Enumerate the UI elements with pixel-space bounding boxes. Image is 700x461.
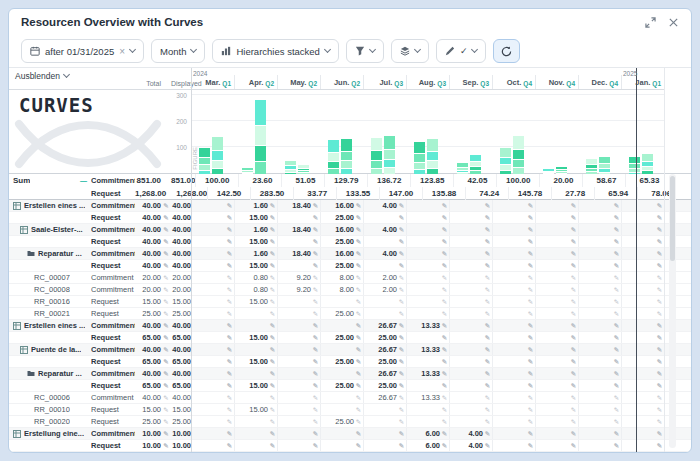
pencil-icon[interactable]: ✎ <box>526 298 535 306</box>
displayed-cell[interactable]: 40.00 <box>171 237 191 246</box>
edit-mode-button[interactable]: ✓ <box>436 39 487 63</box>
month-cell[interactable]: ✎ <box>449 416 492 427</box>
pencil-icon[interactable]: ✎ <box>397 226 406 234</box>
pencil-icon[interactable]: ✎ <box>225 442 234 450</box>
pencil-icon[interactable]: ✎ <box>354 334 363 342</box>
month-cell[interactable]: 4.00✎ <box>363 224 406 235</box>
month-cell[interactable]: 25.00✎ <box>320 332 363 343</box>
month-cell[interactable]: 0.80✎ <box>234 284 277 295</box>
pencil-icon[interactable]: ✎ <box>569 370 578 378</box>
month-cell[interactable]: 4.00✎ <box>449 428 492 439</box>
month-cell[interactable]: ✎ <box>578 284 621 295</box>
pencil-icon[interactable]: ✎ <box>612 262 621 270</box>
month-cell[interactable]: 18.40✎ <box>277 200 320 211</box>
pencil-icon[interactable]: ✎ <box>526 286 535 294</box>
month-cell[interactable]: ✎ <box>449 308 492 319</box>
month-cell[interactable]: ✎ <box>320 320 363 331</box>
pencil-icon[interactable]: ✎ <box>311 298 320 306</box>
pencil-icon[interactable]: ✎ <box>655 406 664 414</box>
pencil-icon[interactable]: ✎ <box>225 262 234 270</box>
pencil-icon[interactable]: ✎ <box>612 442 621 450</box>
pencil-icon[interactable]: ✎ <box>163 322 168 329</box>
month-cell[interactable]: ✎ <box>191 332 234 343</box>
pencil-icon[interactable]: ✎ <box>655 274 664 282</box>
month-cell[interactable]: ✎ <box>621 200 664 211</box>
month-cell[interactable]: ✎ <box>492 344 535 355</box>
month-cell[interactable]: 25.00✎ <box>363 332 406 343</box>
pencil-icon[interactable]: ✎ <box>354 226 363 234</box>
month-cell[interactable]: ✎ <box>578 356 621 367</box>
month-cell[interactable]: 1.60✎ <box>234 248 277 259</box>
pencil-icon[interactable]: ✎ <box>397 310 406 318</box>
pencil-icon[interactable]: ✎ <box>268 358 277 366</box>
month-cell[interactable]: ✎ <box>578 224 621 235</box>
pencil-icon[interactable]: ✎ <box>569 310 578 318</box>
pencil-icon[interactable]: ✎ <box>311 442 320 450</box>
month-cell[interactable]: 15.00✎ <box>234 404 277 415</box>
row-label[interactable]: RR_00016 <box>9 297 91 306</box>
month-cell[interactable]: ✎ <box>621 236 664 247</box>
pencil-icon[interactable]: ✎ <box>612 418 621 426</box>
month-cell[interactable]: ✎ <box>320 428 363 439</box>
month-cell[interactable]: ✎ <box>191 248 234 259</box>
pencil-icon[interactable]: ✎ <box>655 310 664 318</box>
month-cell[interactable]: ✎ <box>578 320 621 331</box>
pencil-icon[interactable]: ✎ <box>483 286 492 294</box>
row-label[interactable]: Erstellen eines ... <box>9 321 91 330</box>
pencil-icon[interactable]: ✎ <box>526 202 535 210</box>
month-cell[interactable]: ✎ <box>535 296 578 307</box>
pencil-icon[interactable]: ✎ <box>354 250 363 258</box>
row-label[interactable]: Reparatur ... <box>9 369 91 378</box>
pencil-icon[interactable]: ✎ <box>268 250 277 258</box>
row-label[interactable]: RR_00021 <box>9 309 91 318</box>
pencil-icon[interactable]: ✎ <box>354 358 363 366</box>
month-cell[interactable]: ✎ <box>535 248 578 259</box>
month-cell[interactable]: ✎ <box>277 344 320 355</box>
pencil-icon[interactable]: ✎ <box>163 262 168 269</box>
month-cell[interactable]: ✎ <box>535 356 578 367</box>
pencil-icon[interactable]: ✎ <box>526 370 535 378</box>
pencil-icon[interactable]: ✎ <box>268 202 277 210</box>
pencil-icon[interactable]: ✎ <box>569 442 578 450</box>
month-cell[interactable]: ✎ <box>449 332 492 343</box>
month-cell[interactable]: ✎ <box>535 200 578 211</box>
month-cell[interactable]: ✎ <box>320 404 363 415</box>
pencil-icon[interactable]: ✎ <box>440 346 449 354</box>
displayed-cell[interactable]: 40.00 <box>171 393 191 402</box>
pencil-icon[interactable]: ✎ <box>440 334 449 342</box>
row-label[interactable]: Sum— <box>9 176 91 185</box>
month-cell[interactable]: 13.33✎ <box>406 368 449 379</box>
month-cell[interactable]: 25.00✎ <box>320 308 363 319</box>
pencil-icon[interactable]: ✎ <box>225 214 234 222</box>
pencil-icon[interactable]: ✎ <box>354 394 363 402</box>
pencil-icon[interactable]: ✎ <box>483 310 492 318</box>
pencil-icon[interactable]: ✎ <box>483 358 492 366</box>
pencil-icon[interactable]: ✎ <box>163 250 168 257</box>
pencil-icon[interactable]: ✎ <box>526 238 535 246</box>
displayed-cell[interactable]: 65.00 <box>171 381 191 390</box>
month-cell[interactable]: ✎ <box>320 368 363 379</box>
displayed-cell[interactable]: 40.00 <box>171 201 191 210</box>
month-cell[interactable]: ✎ <box>621 404 664 415</box>
pencil-icon[interactable]: ✎ <box>440 418 449 426</box>
month-cell[interactable]: ✎ <box>578 260 621 271</box>
month-cell[interactable]: ✎ <box>535 332 578 343</box>
month-cell[interactable]: ✎ <box>535 380 578 391</box>
month-cell[interactable]: ✎ <box>621 308 664 319</box>
month-cell[interactable]: ✎ <box>234 428 277 439</box>
pencil-icon[interactable]: ✎ <box>612 298 621 306</box>
displayed-cell[interactable]: 20.00 <box>171 285 191 294</box>
month-cell[interactable]: ✎ <box>578 416 621 427</box>
pencil-icon[interactable]: ✎ <box>569 262 578 270</box>
pencil-icon[interactable]: ✎ <box>526 418 535 426</box>
month-cell[interactable]: ✎ <box>492 260 535 271</box>
pencil-icon[interactable]: ✎ <box>268 430 277 438</box>
month-cell[interactable]: ✎ <box>578 236 621 247</box>
layers-button[interactable] <box>391 39 429 63</box>
month-cell[interactable]: ✎ <box>535 392 578 403</box>
pencil-icon[interactable]: ✎ <box>440 202 449 210</box>
pencil-icon[interactable]: ✎ <box>655 358 664 366</box>
month-cell[interactable]: ✎ <box>234 416 277 427</box>
month-cell[interactable]: 4.00✎ <box>363 248 406 259</box>
month-cell[interactable]: ✎ <box>449 392 492 403</box>
